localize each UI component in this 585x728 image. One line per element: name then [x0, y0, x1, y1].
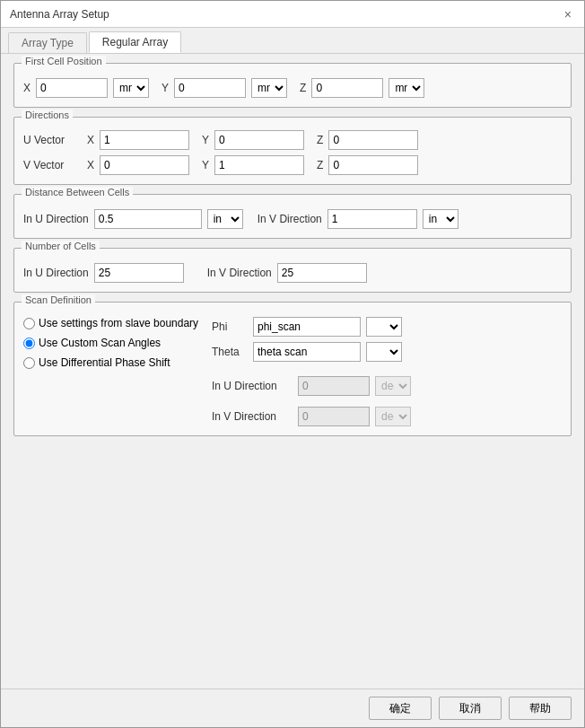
theta-row: Theta	[212, 342, 562, 362]
distance-between-cells-group: Distance Between Cells In U Direction in…	[13, 194, 572, 239]
fcp-row: X mmcmmin Y mmcmmin Z mmcmmin	[23, 71, 562, 98]
theta-label: Theta	[212, 346, 248, 358]
fcp-y-unit-select[interactable]: mmcmmin	[251, 78, 287, 98]
phi-label: Phi	[212, 320, 248, 333]
dbc-v-label: In V Direction	[258, 213, 322, 225]
scan-option2-label[interactable]: Use Custom Scan Angles	[23, 337, 203, 349]
scan-option2-text: Use Custom Scan Angles	[39, 337, 161, 349]
tab-regular-array[interactable]: Regular Array	[89, 31, 181, 53]
directions-group: Directions U Vector X Y Z V Vector X Y Z	[13, 117, 572, 185]
phi-select[interactable]	[366, 317, 402, 337]
noc-legend: Number of Cells	[22, 241, 100, 251]
scan-option1-text: Use settings from slave boundary	[39, 317, 198, 329]
noc-u-input[interactable]	[94, 263, 184, 283]
dbc-row: In U Direction inmmcmm In V Direction in…	[23, 209, 562, 229]
u-x-label: X	[87, 134, 94, 146]
content-area: First Cell Position X mmcmmin Y mmcmmin …	[1, 54, 584, 689]
dbc-u-label: In U Direction	[23, 213, 89, 225]
u-y-input[interactable]	[214, 130, 304, 150]
noc-u-label: In U Direction	[23, 267, 89, 279]
dialog-title: Antenna Array Setup	[10, 8, 109, 21]
v-y-label: Y	[202, 159, 209, 171]
dbc-u-input[interactable]	[94, 209, 202, 229]
dbc-v-unit-select[interactable]: inmmcmm	[423, 209, 458, 229]
in-u-label: In U Direction	[212, 380, 292, 392]
in-u-input[interactable]	[298, 376, 370, 396]
directions-legend: Directions	[22, 110, 73, 120]
u-vector-row: U Vector X Y Z	[23, 130, 562, 150]
scan-option3-text: Use Differential Phase Shift	[39, 356, 170, 369]
fcp-x-label: X	[23, 82, 31, 94]
tab-bar: Array Type Regular Array	[1, 28, 584, 54]
u-z-input[interactable]	[328, 130, 418, 150]
scan-right-panel: Phi Theta	[212, 317, 562, 426]
in-u-row: In U Direction degrad	[212, 376, 562, 396]
fcp-z-input[interactable]	[311, 78, 383, 98]
noc-v-label: In V Direction	[207, 267, 272, 279]
scan-option3-radio[interactable]	[23, 357, 35, 369]
in-u-unit-select[interactable]: degrad	[375, 376, 411, 396]
in-v-unit-select[interactable]: degrad	[375, 407, 411, 426]
scan-main-row: Use settings from slave boundary Use Cus…	[23, 317, 562, 426]
v-vector-row: V Vector X Y Z	[23, 155, 562, 175]
theta-input[interactable]	[253, 342, 361, 362]
theta-select[interactable]	[366, 342, 402, 362]
fcp-z-unit-select[interactable]: mmcmmin	[389, 78, 424, 98]
v-y-input[interactable]	[214, 155, 304, 175]
scan-option1-label[interactable]: Use settings from slave boundary	[23, 317, 203, 329]
v-z-label: Z	[317, 159, 323, 171]
v-x-label: X	[87, 159, 94, 171]
noc-row: In U Direction In V Direction	[23, 263, 562, 283]
footer: 确定 取消 帮助	[1, 689, 584, 727]
scan-option1-radio[interactable]	[23, 318, 35, 329]
title-bar: Antenna Array Setup ×	[1, 1, 584, 28]
phi-theta-section: Phi Theta	[212, 317, 562, 362]
help-button[interactable]: 帮助	[509, 697, 572, 720]
v-vector-label: V Vector	[23, 159, 82, 171]
scan-option2-radio[interactable]	[23, 338, 35, 349]
tab-array-type[interactable]: Array Type	[8, 32, 87, 53]
scan-definition-legend: Scan Definition	[22, 294, 95, 305]
in-v-row: In V Direction degrad	[212, 407, 562, 426]
fcp-z-label: Z	[300, 82, 306, 94]
scan-option3-label[interactable]: Use Differential Phase Shift	[23, 356, 203, 369]
first-cell-position-legend: First Cell Position	[22, 56, 106, 66]
first-cell-position-group: First Cell Position X mmcmmin Y mmcmmin …	[13, 63, 572, 108]
v-x-input[interactable]	[100, 155, 189, 175]
scan-options: Use settings from slave boundary Use Cus…	[23, 317, 203, 369]
u-z-label: Z	[317, 134, 323, 146]
dialog: Antenna Array Setup × Array Type Regular…	[0, 0, 585, 728]
u-vector-label: U Vector	[23, 134, 82, 146]
v-z-input[interactable]	[328, 155, 418, 175]
noc-v-input[interactable]	[277, 263, 367, 283]
fcp-y-input[interactable]	[174, 78, 246, 98]
fcp-x-unit-select[interactable]: mmcmmin	[113, 78, 149, 98]
fcp-x-input[interactable]	[36, 78, 108, 98]
ok-button[interactable]: 确定	[369, 697, 432, 720]
cancel-button[interactable]: 取消	[439, 697, 502, 720]
fcp-y-label: Y	[162, 82, 169, 94]
phi-row: Phi	[212, 317, 562, 337]
dbc-v-input[interactable]	[327, 209, 417, 229]
in-v-input[interactable]	[298, 407, 370, 426]
dbc-legend: Distance Between Cells	[22, 187, 133, 197]
number-of-cells-group: Number of Cells In U Direction In V Dire…	[13, 248, 572, 293]
phi-input[interactable]	[253, 317, 361, 337]
dbc-u-unit-select[interactable]: inmmcmm	[207, 209, 243, 229]
u-x-input[interactable]	[100, 130, 189, 150]
close-button[interactable]: ×	[561, 8, 575, 21]
scan-definition-group: Scan Definition Use settings from slave …	[13, 302, 572, 436]
in-dir-section: In U Direction degrad In V Direction deg…	[212, 371, 562, 426]
in-v-label: In V Direction	[212, 410, 292, 423]
u-y-label: Y	[202, 134, 209, 146]
